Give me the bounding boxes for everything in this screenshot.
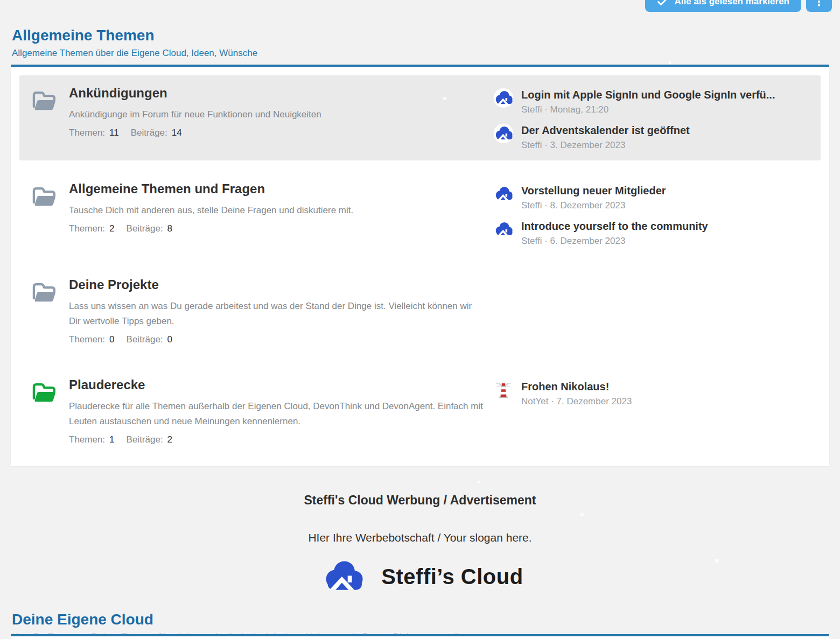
folder-open-icon — [30, 88, 58, 112]
board-description: Tausche Dich mit anderen aus, stelle Dei… — [69, 203, 485, 218]
topic-body: Introduce yourself to the community Stef… — [521, 219, 810, 247]
mark-all-read-button[interactable]: Alle als gelesen markieren — [645, 0, 801, 12]
topic-meta: Steffi · 3. Dezember 2023 — [521, 140, 810, 151]
cloud-avatar[interactable] — [493, 123, 514, 144]
topics-count: 2 — [109, 223, 114, 234]
toolbar: Alle als gelesen markieren — [645, 0, 832, 12]
posts-label: Beiträge: — [131, 128, 167, 138]
cloud-logo-icon — [317, 558, 370, 595]
page-title[interactable]: Allgemeine Themen — [12, 27, 155, 44]
topics-label: Themen: — [69, 128, 105, 138]
board-row-allgemeine-themen-und-fragen: Allgemeine Themen und Fragen Tausche Dic… — [19, 171, 821, 256]
topic-body: Login mit Apple SignIn und Google SignIn… — [521, 88, 810, 115]
folder-open-icon-green — [30, 380, 58, 404]
board-stats: Themen:0Beiträge:0 — [69, 333, 485, 347]
board-stats: Themen:11Beiträge:14 — [69, 126, 485, 140]
posts-label: Beiträge: — [127, 223, 163, 234]
mark-all-read-label: Alle als gelesen markieren — [674, 0, 789, 7]
folder-open-icon — [30, 184, 58, 208]
topics-label: Themen: — [69, 434, 105, 445]
steffis-cloud-logo[interactable]: Steffi’s Cloud — [0, 558, 840, 595]
latest-topics: Login mit Apple SignIn und Google SignIn… — [493, 85, 810, 151]
board-info: Allgemeine Themen und Fragen Tausche Dic… — [69, 181, 493, 247]
topic-meta: NotYet · 7. Dezember 2023 — [521, 396, 810, 407]
latest-topics: Frohen Nikolaus! NotYet · 7. Dezember 20… — [493, 377, 810, 447]
topic-item: Vorstellung neuer Mitglieder Steffi · 8.… — [493, 184, 810, 211]
topic-title[interactable]: Introduce yourself to the community — [521, 219, 810, 233]
latest-topics: Vorstellung neuer Mitglieder Steffi · 8.… — [493, 181, 810, 247]
board-stats: Themen:2Beiträge:8 — [69, 222, 485, 236]
check-icon — [657, 0, 668, 7]
topic-title[interactable]: Frohen Nikolaus! — [521, 380, 810, 394]
board-stats: Themen:1Beiträge:2 — [69, 433, 485, 447]
topic-title[interactable]: Der Adventskalender ist geöffnet — [521, 123, 810, 137]
board-row-ankuendigungen: Ankündigungen Ankündigunge im Forum für … — [19, 75, 821, 160]
posts-label: Beiträge: — [127, 434, 163, 445]
advertisement-slogan: HIer Ihre Werbebotschaft / Your slogan h… — [0, 531, 840, 544]
folder-open-icon — [30, 280, 58, 304]
topic-body: Frohen Nikolaus! NotYet · 7. Dezember 20… — [521, 380, 810, 407]
posts-count: 0 — [167, 334, 172, 345]
topics-count: 0 — [109, 334, 114, 345]
topics-count: 11 — [109, 128, 119, 138]
next-category-panel-edge — [11, 634, 829, 639]
topic-item: Login mit Apple SignIn und Google SignIn… — [493, 88, 810, 115]
topic-meta: Steffi · 6. Dezember 2023 — [521, 236, 810, 247]
more-options-button[interactable] — [806, 0, 832, 12]
topic-item: Der Adventskalender ist geöffnet Steffi … — [493, 123, 810, 151]
board-row-plauderecke: Plauderecke Plauderecke für alle Themen … — [19, 367, 821, 457]
board-info: Plauderecke Plauderecke für alle Themen … — [69, 377, 493, 447]
board-title[interactable]: Plauderecke — [69, 377, 485, 393]
posts-count: 2 — [167, 434, 172, 445]
forum-category-panel: Ankündigungen Ankündigunge im Forum für … — [11, 65, 829, 466]
posts-label: Beiträge: — [127, 334, 163, 345]
board-description: Plauderecke für alle Themen außerhalb de… — [69, 399, 485, 429]
kebab-ellipsis-icon — [813, 0, 825, 8]
board-title[interactable]: Ankündigungen — [69, 85, 485, 101]
cloud-avatar[interactable] — [493, 88, 514, 108]
topic-meta: Steffi · 8. Dezember 2023 — [521, 200, 810, 211]
board-description: Ankündigunge im Forum für neue Funktione… — [69, 107, 485, 122]
topics-count: 1 — [109, 434, 114, 445]
bottom-category-title[interactable]: Deine Eigene Cloud — [12, 611, 153, 628]
snow-dot — [477, 481, 480, 483]
topic-meta: Steffi · Montag, 21:20 — [521, 104, 810, 115]
snow-dot — [669, 61, 671, 64]
posts-count: 8 — [167, 223, 172, 234]
topic-title[interactable]: Vorstellung neuer Mitglieder — [521, 184, 810, 198]
page-subtitle: Allgemeine Themen über die Eigene Cloud,… — [12, 48, 828, 59]
advertisement-section: Steffi's Cloud Werbung / Advertisement H… — [0, 493, 840, 595]
topic-title[interactable]: Login mit Apple SignIn und Google SignIn… — [521, 88, 810, 102]
board-row-deine-projekte: Deine Projekte Lass uns wissen an was Du… — [19, 267, 821, 356]
bottom-category-header: Deine Eigene Cloud Hast Du Fragen zu Dei… — [0, 595, 840, 639]
board-info: Ankündigungen Ankündigunge im Forum für … — [69, 85, 493, 151]
topics-label: Themen: — [69, 334, 105, 345]
advertisement-heading: Steffi's Cloud Werbung / Advertisement — [0, 493, 840, 508]
latest-topics — [493, 277, 810, 347]
cloud-avatar[interactable] — [493, 219, 514, 240]
board-title[interactable]: Allgemeine Themen und Fragen — [69, 181, 485, 197]
topic-item: Introduce yourself to the community Stef… — [493, 219, 810, 247]
topics-label: Themen: — [69, 223, 105, 234]
board-description: Lass uns wissen an was Du gerade arbeite… — [69, 299, 485, 329]
board-title[interactable]: Deine Projekte — [69, 277, 485, 293]
board-info: Deine Projekte Lass uns wissen an was Du… — [69, 277, 493, 347]
posts-count: 14 — [172, 128, 182, 138]
topic-item: Frohen Nikolaus! NotYet · 7. Dezember 20… — [493, 380, 810, 407]
cloud-avatar[interactable] — [493, 184, 514, 204]
topic-body: Der Adventskalender ist geöffnet Steffi … — [521, 123, 810, 151]
lighthouse-avatar[interactable] — [493, 380, 514, 400]
brand-text: Steffi’s Cloud — [381, 565, 523, 589]
topic-body: Vorstellung neuer Mitglieder Steffi · 8.… — [521, 184, 810, 211]
